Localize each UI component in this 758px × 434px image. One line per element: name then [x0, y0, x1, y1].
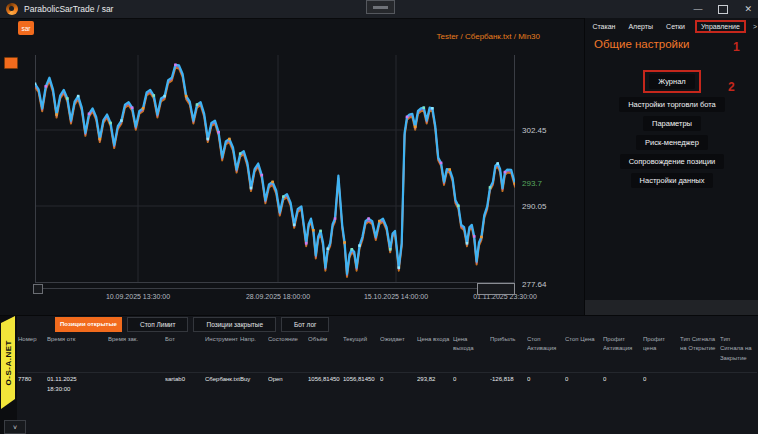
y-axis-label: 302.45 — [522, 126, 546, 135]
minimize-button[interactable]: — — [693, 4, 702, 14]
column-header: Профит Активация — [603, 335, 643, 354]
chart-header: Tester / Сбербанк.txt / Min30 — [300, 32, 540, 41]
column-header: Инструмент — [205, 335, 240, 344]
tab-3[interactable]: Сетки — [663, 20, 688, 33]
dock-indicator-bar — [373, 6, 388, 9]
sar-marker — [35, 83, 36, 86]
sar-marker — [398, 266, 401, 269]
dock-indicator — [366, 0, 395, 14]
settings-button-2[interactable]: Настройки торговли бота — [619, 97, 725, 112]
window-controls: — ✕ — [693, 0, 752, 18]
settings-button-3[interactable]: Параметры — [643, 116, 701, 131]
sar-marker — [414, 125, 417, 128]
sar-marker — [66, 97, 69, 100]
positions-table-header: НомерВремя откВремя зак.БотИнструментНап… — [18, 335, 757, 363]
chart-scrollbar-track[interactable] — [35, 288, 515, 289]
table-cell: 0 — [643, 375, 680, 394]
column-header: Цена выхода — [453, 335, 490, 354]
table-cell: 0 — [603, 375, 643, 394]
annotation-1: 1 — [733, 40, 740, 54]
x-axis-label: 15.10.2025 14:00:00 — [364, 293, 428, 300]
sar-marker — [473, 235, 476, 238]
sar-marker — [109, 122, 112, 125]
table-cell: 0 — [453, 375, 490, 394]
sar-marker — [271, 181, 274, 184]
window-title: ParabolicSarTrade / sar — [24, 4, 113, 14]
settings-button-1[interactable]: Журнал — [649, 74, 694, 89]
sar-marker — [217, 131, 220, 134]
bottom-panel: Позиции открытыеСтоп ЛимитПозиции закрыт… — [0, 315, 758, 434]
table-row[interactable]: 778001.11.2025 18:30:00sartab0Сбербанк.t… — [18, 375, 757, 394]
table-cell: Buy — [240, 375, 268, 394]
sar-marker — [334, 217, 337, 220]
bottom-tab-3[interactable]: Позиции закрытые — [193, 317, 276, 332]
table-cell: 0 — [527, 375, 565, 394]
column-header: Бот — [165, 335, 205, 344]
sar-marker — [406, 116, 409, 119]
column-header: Стоп Цена — [565, 335, 603, 344]
sar-marker — [343, 241, 346, 244]
tab-2[interactable]: Алерты — [625, 20, 656, 33]
table-cell: 0 — [565, 375, 603, 394]
column-header: Время зак. — [108, 335, 165, 344]
tab-4[interactable]: Управление — [695, 20, 746, 33]
table-cell — [108, 375, 165, 394]
sar-marker — [351, 248, 354, 251]
sar-marker — [77, 95, 80, 98]
table-cell: sartab0 — [165, 375, 205, 394]
more-tabs-button[interactable]: > — [753, 23, 757, 30]
close-button[interactable]: ✕ — [744, 4, 752, 14]
column-header: Текущий — [343, 335, 380, 344]
table-cell: 293,82 — [417, 375, 453, 394]
sar-marker — [389, 248, 392, 251]
mini-sar-button[interactable] — [4, 57, 18, 69]
sar-marker — [378, 220, 381, 223]
table-cell: 1056,81450 — [308, 375, 343, 394]
bottom-tab-2[interactable]: Стоп Лимит — [127, 317, 189, 332]
table-cell: 7780 — [18, 375, 47, 394]
app-window: ParabolicSarTrade / sar — ✕ sar Tester /… — [0, 0, 758, 434]
sar-marker — [440, 162, 443, 165]
sar-marker — [423, 106, 426, 109]
sar-marker — [312, 229, 315, 232]
y-axis-label: 277.64 — [522, 280, 546, 289]
column-header: Номер — [18, 335, 47, 344]
sar-marker — [88, 113, 91, 116]
section-title: Общие настройки — [594, 38, 689, 50]
sar-marker — [250, 187, 253, 190]
collapse-chevron-button[interactable]: ˅ — [4, 420, 26, 434]
y-axis-label: 290.05 — [522, 202, 546, 211]
sar-marker — [514, 182, 515, 185]
table-cell: 01.11.2025 18:30:00 — [47, 375, 108, 394]
settings-button-4[interactable]: Риск-менеджер — [636, 135, 708, 150]
sar-marker — [239, 152, 242, 155]
price-chart[interactable] — [35, 55, 515, 283]
sar-marker — [207, 138, 210, 141]
chart-scrollbar-left-box[interactable] — [33, 284, 43, 294]
sar-marker — [496, 162, 499, 165]
sar-strategy-tab[interactable]: sar — [18, 21, 34, 35]
bottom-tab-4[interactable]: Бот лог — [281, 317, 329, 332]
sar-marker — [120, 119, 123, 122]
osa-net-banner: O-S-A.NET — [1, 316, 15, 409]
sar-marker — [504, 171, 507, 174]
titlebar: ParabolicSarTrade / sar — ✕ — [0, 0, 758, 19]
sar-marker — [448, 168, 451, 171]
bottom-tab-1[interactable]: Позиции открытые — [55, 317, 122, 332]
sar-marker — [174, 64, 177, 67]
sar-marker — [293, 224, 296, 227]
column-header: Стоп Активация — [527, 335, 565, 354]
settings-button-6[interactable]: Настройки данных — [631, 173, 714, 188]
sar-marker — [319, 230, 322, 233]
settings-button-5[interactable]: Сопровождение позиции — [620, 154, 725, 169]
y-axis-label: 293.7 — [522, 179, 542, 188]
maximize-button[interactable] — [718, 5, 728, 14]
column-header: Профит цена — [643, 335, 680, 354]
column-header: Напр. — [240, 335, 268, 344]
sar-marker — [228, 138, 231, 141]
column-header: Тип Сигнала на Закрытие — [720, 335, 757, 363]
tab-1[interactable]: Стакан — [589, 20, 618, 33]
column-header: Тип Сигнала на Открытие — [680, 335, 720, 354]
chart-scrollbar-handle[interactable] — [477, 283, 515, 295]
sar-marker — [480, 236, 483, 239]
